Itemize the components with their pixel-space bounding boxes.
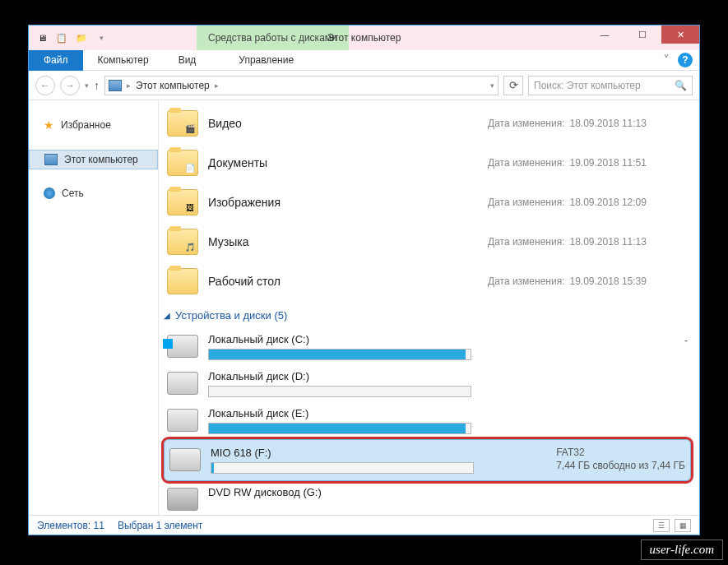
search-input[interactable]: Поиск: Этот компьютер 🔍 [528,76,693,95]
drive-row[interactable]: MIO 618 (F:) FAT32 7,44 ГБ свободно из 7… [164,439,691,481]
drive-name: Локальный диск (D:) [208,370,678,382]
ribbon-expand-icon[interactable]: ˅ [663,53,670,68]
titlebar: 🖥 📋 📁 ▾ Средства работы с дисками Этот к… [29,25,699,50]
sidebar-label: Сеть [62,188,84,199]
folder-icon: 🖼 [167,189,198,215]
navigation-pane: ★ Избранное Этот компьютер Сеть [29,100,159,515]
ribbon: Файл Компьютер Вид Управление ˅ ? [29,50,699,71]
ribbon-tab-computer[interactable]: Компьютер [83,50,164,71]
folder-row[interactable]: 🖼 Изображения Дата изменения: 18.09.2018… [164,183,691,222]
window-title: Этот компьютер [327,32,401,44]
folder-row[interactable]: 🎬 Видео Дата изменения: 18.09.2018 11:13 [164,104,691,143]
refresh-button[interactable]: ⟳ [503,76,523,95]
drive-icon [167,335,198,358]
folder-date-value: 18.09.2018 11:13 [570,118,647,129]
up-button[interactable]: ↑ [94,79,100,92]
ribbon-tab-manage[interactable]: Управление [224,50,308,71]
watermark: user-life.com [641,540,723,560]
sidebar-label: Этот компьютер [64,154,138,165]
sidebar-label: Избранное [61,119,111,131]
drive-row[interactable]: Локальный диск (E:) [164,402,691,439]
folder-row[interactable]: 📄 Документы Дата изменения: 19.09.2018 1… [164,143,691,183]
folder-overlay-icon: 🎬 [184,123,196,134]
file-menu[interactable]: Файл [29,50,83,71]
drive-info: DVD RW дисковод (G:) [208,486,678,502]
properties-icon[interactable]: 📋 [55,31,68,44]
close-button[interactable]: ✕ [661,25,699,44]
folder-icon: 📄 [167,150,198,176]
drive-name: MIO 618 (F:) [211,447,546,459]
drive-info: Локальный диск (E:) [208,407,678,434]
maximize-button[interactable]: ☐ [624,25,661,44]
folder-name: Рабочий стол [208,275,488,288]
ribbon-tab-view[interactable]: Вид [164,50,211,71]
minimize-button[interactable]: — [586,25,624,44]
folder-row[interactable]: Рабочий стол Дата изменения: 19.09.2018 … [164,262,691,301]
folder-overlay-icon: 🎵 [184,241,196,252]
folder-row[interactable]: 🎵 Музыка Дата изменения: 18.09.2018 11:1… [164,222,691,262]
breadcrumb-segment[interactable]: Этот компьютер [136,80,210,91]
address-bar[interactable]: ▸ Этот компьютер ▸ ▾ [104,76,498,95]
collapse-icon[interactable]: ◢ [164,311,170,320]
pc-icon [109,80,122,91]
drive-info: MIO 618 (F:) [211,447,546,474]
content-pane: 🎬 Видео Дата изменения: 18.09.2018 11:13… [159,100,699,515]
drive-icon [167,488,198,511]
contextual-tab-drives[interactable]: Средства работы с дисками [197,25,349,50]
drive-row[interactable]: Локальный диск (D:) [164,365,691,402]
address-dropdown-icon[interactable]: ▾ [490,81,494,90]
drive-icon [167,372,198,395]
folder-date-value: 18.09.2018 11:13 [570,236,647,248]
sidebar-network[interactable]: Сеть [29,184,158,202]
drive-row[interactable]: DVD RW дисковод (G:) [164,481,691,515]
chevron-right-icon[interactable]: ▸ [127,81,131,90]
status-selection: Выбран 1 элемент [118,520,202,531]
star-icon: ★ [44,118,54,132]
drive-usage-bar [208,423,471,434]
forward-button[interactable]: → [60,76,80,95]
drive-details: - [684,333,688,348]
pc-icon [44,154,58,165]
group-header-label: Устройства и диски (5) [175,309,287,322]
new-folder-icon[interactable]: 📁 [75,31,88,44]
drive-usage-bar [208,349,471,360]
drive-free-space: - [684,335,688,346]
folder-name: Документы [208,156,488,169]
drive-details: FAT32 7,44 ГБ свободно из 7,44 ГБ [556,447,685,473]
sidebar-favorites[interactable]: ★ Избранное [29,115,158,135]
chevron-right-icon[interactable]: ▸ [215,81,219,90]
address-bar-row: ← → ▾ ↑ ▸ Этот компьютер ▸ ▾ ⟳ Поиск: Эт… [29,71,699,100]
folder-name: Изображения [208,196,488,209]
search-icon: 🔍 [675,80,687,91]
folder-overlay-icon: 📄 [184,162,196,174]
help-icon[interactable]: ? [678,53,693,67]
qat-dropdown-icon[interactable]: ▾ [95,31,108,44]
folder-date-label: Дата изменения: [488,236,565,248]
back-button[interactable]: ← [35,76,55,95]
drive-icon [167,409,198,432]
folder-date-label: Дата изменения: [488,276,565,287]
drive-row[interactable]: Локальный диск (C:) - [164,328,691,365]
search-placeholder: Поиск: Этот компьютер [534,80,641,91]
folder-date-value: 18.09.2018 12:09 [570,197,647,208]
sidebar-this-pc[interactable]: Этот компьютер [29,150,158,169]
window-controls: — ☐ ✕ [586,25,699,44]
drive-info: Локальный диск (D:) [208,370,678,397]
folder-date-value: 19.09.2018 15:39 [570,276,647,287]
drive-filesystem: FAT32 [556,447,685,458]
view-icons-button[interactable]: ▦ [675,519,691,532]
pc-small-icon: 🖥 [35,31,49,44]
view-details-button[interactable]: ☰ [653,519,670,532]
drive-name: DVD RW дисковод (G:) [208,486,678,498]
drive-icon [169,448,201,471]
group-header-devices[interactable]: ◢ Устройства и диски (5) [164,301,691,328]
explorer-body: ★ Избранное Этот компьютер Сеть 🎬 Видео … [29,100,699,515]
folder-overlay-icon: 🖼 [184,201,196,213]
folder-icon: 🎬 [167,110,198,137]
status-bar: Элементов: 11 Выбран 1 элемент ☰ ▦ [29,515,699,535]
drive-usage-bar [208,386,471,397]
folder-date-value: 19.09.2018 11:51 [570,157,647,169]
recent-dropdown-icon[interactable]: ▾ [85,81,89,90]
folder-date-label: Дата изменения: [488,197,565,208]
status-item-count: Элементов: 11 [37,520,104,531]
